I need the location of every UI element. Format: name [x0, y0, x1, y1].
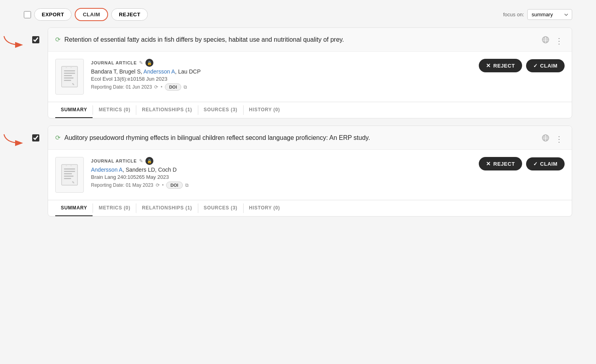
- tab-history[interactable]: HISTORY (0): [244, 200, 286, 216]
- svg-rect-23: [64, 176, 74, 177]
- copy-icon[interactable]: ⧉: [185, 182, 189, 188]
- card-tabs: SUMMARYMETRICS (0)RELATIONSHIPS (1)SOURC…: [48, 102, 572, 118]
- card-title-row: ⟳ Auditory pseudoword rhyming effects in…: [48, 126, 572, 150]
- meta-journal: Brain Lang 240:105265 May 2023: [91, 174, 464, 180]
- article-type: JOURNAL ARTICLE: [91, 159, 137, 163]
- reject-action-button[interactable]: ✕ REJECT: [479, 157, 522, 170]
- doi-button[interactable]: DOI: [165, 83, 182, 91]
- check-icon: ✓: [533, 63, 538, 69]
- tab-relationships[interactable]: RELATIONSHIPS (1): [136, 102, 197, 118]
- edit-icon[interactable]: ✎: [139, 158, 143, 164]
- globe-icon-button[interactable]: [541, 133, 550, 145]
- reporting-date-text: Reporting Date: 01 Jun 2023: [91, 84, 152, 90]
- toolbar: EXPORT CLAIM REJECT focus on: summary me…: [24, 8, 572, 21]
- svg-text:": ": [70, 165, 72, 169]
- svg-rect-8: [64, 75, 72, 76]
- focus-label: focus on:: [503, 12, 524, 17]
- reject-label: REJECT: [493, 161, 515, 167]
- article-row-1: ⟳ Auditory pseudoword rhyming effects in…: [24, 126, 572, 224]
- authors-text: Bandara T, Brugel S,: [91, 68, 143, 75]
- meta-type-row: JOURNAL ARTICLE ✎ 🔒: [91, 157, 464, 165]
- author-link[interactable]: Andersson A: [143, 68, 175, 75]
- tab-relationships[interactable]: RELATIONSHIPS (1): [136, 200, 197, 216]
- svg-rect-7: [64, 73, 75, 74]
- tab-sources[interactable]: SOURCES (3): [198, 102, 243, 118]
- card-actions-top: ⋮: [541, 133, 565, 145]
- card-meta: JOURNAL ARTICLE ✎ 🔒 Andersson A, Sanders…: [91, 157, 464, 189]
- article-title: Retention of essential fatty acids in fi…: [64, 35, 536, 44]
- export-button[interactable]: EXPORT: [34, 8, 72, 21]
- lock-icon[interactable]: 🔒: [145, 59, 153, 67]
- lock-icon[interactable]: 🔒: [145, 157, 153, 165]
- card-body: " " ✎ JOURNAL ARTICLE ✎ 🔒: [48, 52, 572, 102]
- select-all-checkbox[interactable]: [24, 11, 31, 18]
- article-card-1: ⟳ Auditory pseudoword rhyming effects in…: [48, 126, 572, 217]
- reject-button[interactable]: REJECT: [111, 8, 148, 21]
- svg-rect-22: [64, 173, 72, 174]
- sync-icon: ⟳: [55, 134, 60, 141]
- svg-text:✎: ✎: [72, 83, 75, 86]
- doi-button[interactable]: DOI: [166, 182, 183, 189]
- claim-action-button[interactable]: ✓ CLAIM: [526, 59, 565, 72]
- meta-journal: Ecol Evol 13(6):e10158 Jun 2023: [91, 76, 464, 82]
- card-actions-top: ⋮: [541, 35, 565, 46]
- checkbox-wrap: [24, 27, 48, 43]
- edit-icon[interactable]: ✎: [139, 60, 143, 66]
- reject-label: REJECT: [493, 63, 515, 69]
- copy-icon[interactable]: ⧉: [184, 84, 187, 90]
- article-card-wrap: ⟳ Auditory pseudoword rhyming effects in…: [48, 126, 572, 224]
- tab-metrics[interactable]: METRICS (0): [93, 102, 136, 118]
- meta-authors: Andersson A, Sanders LD, Coch D: [91, 167, 464, 173]
- card-meta: JOURNAL ARTICLE ✎ 🔒 Bandara T, Brugel S,…: [91, 59, 464, 91]
- article-checkbox-1[interactable]: [32, 134, 39, 141]
- claim-label: CLAIM: [540, 63, 557, 69]
- article-title: Auditory pseudoword rhyming effects in b…: [64, 133, 536, 142]
- svg-text:": ": [70, 66, 72, 71]
- svg-text:✎: ✎: [72, 181, 75, 184]
- svg-rect-9: [64, 77, 74, 79]
- meta-authors: Bandara T, Brugel S, Andersson A, Lau DC…: [91, 68, 464, 75]
- card-title-row: ⟳ Retention of essential fatty acids in …: [48, 28, 572, 52]
- globe-icon-button[interactable]: [541, 35, 550, 46]
- dot-separator: •: [161, 84, 162, 90]
- svg-rect-5: [62, 66, 77, 87]
- svg-rect-10: [64, 80, 71, 81]
- article-card-wrap: ⟳ Retention of essential fatty acids in …: [48, 27, 572, 126]
- svg-rect-24: [64, 178, 71, 179]
- refresh-icon[interactable]: ⟳: [154, 84, 158, 90]
- meta-reporting: Reporting Date: 01 Jun 2023 ⟳ • DOI ⧉: [91, 83, 464, 91]
- author-link[interactable]: Andersson A: [91, 167, 122, 173]
- claim-action-button[interactable]: ✓ CLAIM: [526, 157, 565, 170]
- doc-thumbnail: " " ✎: [55, 157, 84, 193]
- more-options-button[interactable]: ⋮: [553, 36, 565, 46]
- authors-rest: , Sanders LD, Coch D: [122, 167, 176, 173]
- articles-list: ⟳ Retention of essential fatty acids in …: [24, 27, 572, 224]
- tab-history[interactable]: HISTORY (0): [244, 102, 286, 118]
- article-type: JOURNAL ARTICLE: [91, 60, 137, 65]
- article-card-0: ⟳ Retention of essential fatty acids in …: [48, 27, 572, 118]
- focus-select[interactable]: summary metrics relationships sources hi…: [527, 9, 572, 20]
- card-body: " " ✎ JOURNAL ARTICLE ✎ 🔒: [48, 150, 572, 200]
- claim-button[interactable]: CLAIM: [75, 8, 108, 21]
- article-row-0: ⟳ Retention of essential fatty acids in …: [24, 27, 572, 126]
- check-icon: ✓: [533, 161, 538, 167]
- more-options-button[interactable]: ⋮: [553, 134, 565, 144]
- article-checkbox-0[interactable]: [32, 36, 39, 43]
- sync-icon: ⟳: [55, 36, 60, 43]
- tab-summary[interactable]: SUMMARY: [55, 102, 93, 118]
- svg-rect-19: [62, 165, 77, 185]
- reject-action-button[interactable]: ✕ REJECT: [479, 59, 522, 72]
- x-icon: ✕: [486, 62, 491, 69]
- svg-rect-21: [64, 171, 75, 172]
- claim-label: CLAIM: [540, 161, 557, 167]
- tab-summary[interactable]: SUMMARY: [55, 200, 93, 216]
- card-tabs: SUMMARYMETRICS (0)RELATIONSHIPS (1)SOURC…: [48, 200, 572, 216]
- tab-metrics[interactable]: METRICS (0): [93, 200, 136, 216]
- tab-sources[interactable]: SOURCES (3): [198, 200, 243, 216]
- doc-thumbnail: " " ✎: [55, 59, 84, 95]
- svg-text:": ": [66, 66, 67, 71]
- checkbox-wrap: [24, 126, 48, 141]
- card-claim-actions: ✕ REJECT ✓ CLAIM: [479, 59, 565, 72]
- refresh-icon[interactable]: ⟳: [156, 182, 160, 188]
- dot-separator: •: [162, 182, 164, 188]
